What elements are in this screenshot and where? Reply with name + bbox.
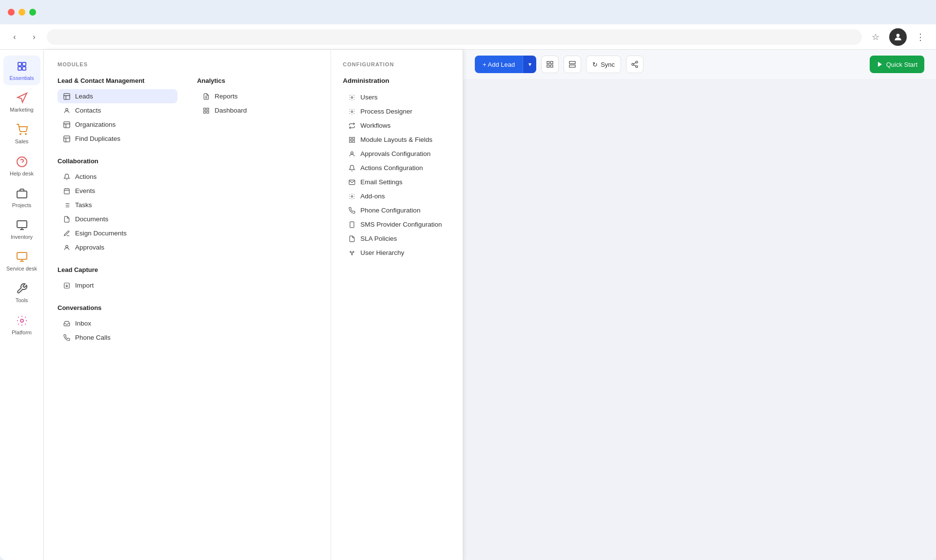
sms-provider-icon <box>348 221 356 228</box>
module-layouts-icon <box>348 136 356 143</box>
email-settings-icon <box>348 179 356 186</box>
svg-line-67 <box>634 65 636 66</box>
menu-item-events[interactable]: Events <box>58 184 177 198</box>
quick-start-label: Quick Start <box>886 61 917 68</box>
quick-start-button[interactable]: Quick Start <box>870 56 924 73</box>
marketing-icon <box>15 91 29 105</box>
svg-rect-49 <box>352 140 354 142</box>
lead-capture-group: Lead Capture Import <box>58 266 177 292</box>
sidebar-item-inventory-label: Inventory <box>11 234 33 240</box>
config-item-add-ons[interactable]: Add-ons <box>343 189 451 203</box>
reports-icon <box>202 93 211 100</box>
svg-point-5 <box>20 134 21 135</box>
config-item-workflows[interactable]: Workflows <box>343 118 451 133</box>
back-button[interactable]: ‹ <box>8 30 21 44</box>
sidebar-item-projects-label: Projects <box>12 202 32 209</box>
svg-rect-43 <box>207 111 209 113</box>
svg-rect-41 <box>204 108 206 110</box>
menu-item-reports[interactable]: Reports <box>197 89 317 103</box>
menu-item-inbox[interactable]: Inbox <box>58 316 177 330</box>
collaboration-group: Collaboration Actions <box>58 157 177 254</box>
minimize-button[interactable] <box>19 9 25 16</box>
menu-item-import[interactable]: Import <box>58 278 177 292</box>
config-item-process-designer[interactable]: Process Designer <box>343 104 451 118</box>
sync-button[interactable]: ↻ Sync <box>586 56 621 73</box>
lead-contact-group-title: Lead & Contact Management <box>58 77 177 84</box>
organizations-icon <box>62 121 71 128</box>
modules-header: MODULES <box>58 61 317 67</box>
more-options-button[interactable]: ⋮ <box>913 29 928 45</box>
svg-point-46 <box>351 111 353 113</box>
lead-capture-group-title: Lead Capture <box>58 266 177 273</box>
sidebar-item-essentials[interactable]: Essentials <box>3 56 40 85</box>
menu-item-approvals[interactable]: Approvals <box>58 240 177 254</box>
config-item-approvals-config[interactable]: Approvals Configuration <box>343 147 451 161</box>
add-lead-dropdown-button[interactable]: ▾ <box>523 56 536 73</box>
svg-rect-2 <box>22 62 26 66</box>
config-item-process-designer-label: Process Designer <box>360 108 412 115</box>
menu-item-find-duplicates-label: Find Duplicates <box>75 135 120 142</box>
menu-item-dashboard[interactable]: Dashboard <box>197 103 317 117</box>
config-item-email-settings[interactable]: Email Settings <box>343 175 451 189</box>
menu-item-actions[interactable]: Actions <box>58 170 177 184</box>
config-item-approvals-config-label: Approvals Configuration <box>360 150 430 157</box>
maximize-button[interactable] <box>29 9 36 16</box>
config-item-users-label: Users <box>360 94 377 101</box>
config-item-sms-provider[interactable]: SMS Provider Configuration <box>343 217 451 232</box>
menu-item-organizations-label: Organizations <box>75 121 116 128</box>
table-view-button[interactable] <box>541 56 559 73</box>
sidebar-item-sales[interactable]: Sales <box>3 119 40 149</box>
config-item-actions-config-label: Actions Configuration <box>360 164 423 172</box>
config-item-sla-policies[interactable]: SLA Policies <box>343 232 451 246</box>
board-view-button[interactable] <box>564 56 581 73</box>
menu-item-contacts[interactable]: Contacts <box>58 103 177 117</box>
sla-policies-icon <box>348 235 356 242</box>
sidebar-item-platform[interactable]: Platform <box>3 310 40 340</box>
svg-rect-27 <box>64 189 70 194</box>
sidebar-item-platform-label: Platform <box>12 329 32 336</box>
share-button[interactable] <box>626 56 644 73</box>
menu-item-find-duplicates[interactable]: Find Duplicates <box>58 132 177 146</box>
sidebar-item-projects[interactable]: Projects <box>3 183 40 212</box>
menu-item-inbox-label: Inbox <box>75 320 91 327</box>
add-lead-arrow-icon: ▾ <box>528 61 531 68</box>
close-button[interactable] <box>8 9 15 16</box>
config-item-phone-config[interactable]: Phone Configuration <box>343 203 451 217</box>
content-body <box>463 79 936 560</box>
sidebar-item-marketing[interactable]: Marketing <box>3 87 40 117</box>
sync-icon: ↻ <box>592 61 598 68</box>
menu-item-phone-calls[interactable]: Phone Calls <box>58 330 177 345</box>
sidebar-item-helpdesk[interactable]: Help desk <box>3 151 40 181</box>
address-bar[interactable] <box>47 29 862 45</box>
browser-actions: ☆ ⋮ <box>868 28 928 46</box>
config-item-users[interactable]: Users <box>343 90 451 104</box>
profile-button[interactable] <box>889 28 907 46</box>
sidebar-item-sales-label: Sales <box>15 138 29 145</box>
menu-item-leads[interactable]: Leads <box>58 89 177 103</box>
sidebar-item-inventory[interactable]: Inventory <box>3 214 40 244</box>
config-item-user-hierarchy[interactable]: User Hierarchy <box>343 246 451 260</box>
menu-item-tasks[interactable]: Tasks <box>58 198 177 212</box>
projects-icon <box>15 187 29 200</box>
conversations-group-title: Conversations <box>58 304 177 311</box>
svg-rect-63 <box>569 65 575 67</box>
sidebar-item-tools[interactable]: Tools <box>3 278 40 308</box>
config-item-workflows-label: Workflows <box>360 122 390 129</box>
config-item-module-layouts[interactable]: Module Layouts & Fields <box>343 133 451 147</box>
add-lead-main-button[interactable]: + Add Lead <box>475 56 523 73</box>
menu-item-events-label: Events <box>75 187 95 194</box>
dropdown-overlay: MODULES Lead & Contact Management <box>44 50 936 560</box>
sidebar-item-servicedesk[interactable]: Service desk <box>3 246 40 276</box>
forward-button[interactable]: › <box>27 30 41 44</box>
svg-rect-17 <box>64 93 70 99</box>
svg-rect-1 <box>18 62 21 66</box>
config-item-actions-config[interactable]: Actions Configuration <box>343 161 451 175</box>
bookmark-button[interactable]: ☆ <box>868 29 883 45</box>
menu-item-documents[interactable]: Documents <box>58 212 177 226</box>
svg-line-68 <box>634 62 636 64</box>
menu-item-organizations[interactable]: Organizations <box>58 117 177 132</box>
add-lead-button-group[interactable]: + Add Lead ▾ <box>475 56 536 73</box>
config-item-sla-policies-label: SLA Policies <box>360 235 397 242</box>
sidebar-item-tools-label: Tools <box>16 297 28 304</box>
menu-item-esign-documents[interactable]: Esign Documents <box>58 226 177 240</box>
